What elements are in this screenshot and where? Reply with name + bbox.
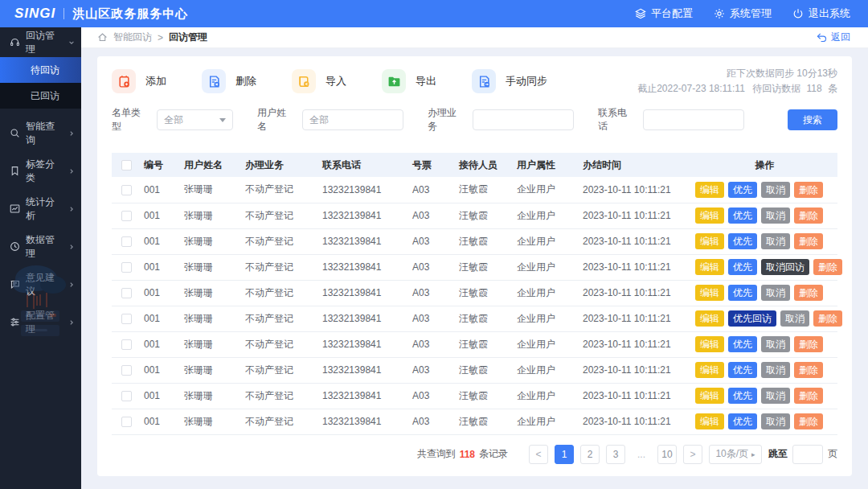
edit-button[interactable]: 编辑: [695, 336, 724, 352]
next-page-button[interactable]: >: [683, 445, 702, 464]
edit-button[interactable]: 编辑: [695, 362, 724, 378]
priority-button[interactable]: 优先: [728, 259, 757, 275]
sidebar-subitem-daihuifang[interactable]: 待回访: [0, 57, 81, 83]
edit-button[interactable]: 编辑: [695, 182, 724, 198]
edit-button[interactable]: 编辑: [695, 388, 724, 404]
row-checkbox[interactable]: [121, 288, 132, 298]
cell-id: 001: [141, 203, 181, 228]
cell-phone: 13232139841: [319, 203, 409, 228]
platform-config-menu[interactable]: 平台配置: [635, 6, 693, 21]
row-checkbox[interactable]: [121, 391, 132, 401]
cancel-button[interactable]: 取消: [761, 362, 790, 378]
page-button-3[interactable]: 3: [606, 445, 625, 464]
edit-button[interactable]: 编辑: [695, 285, 724, 301]
system-manage-menu[interactable]: 系统管理: [714, 6, 772, 21]
user-name-input[interactable]: [309, 114, 396, 125]
delete-row-button[interactable]: 删除: [813, 310, 842, 327]
sidebar-subitem-yihuifang[interactable]: 已回访: [0, 83, 81, 109]
delete-button[interactable]: 删除: [202, 69, 256, 93]
row-actions: 编辑 优先 取消 删除: [695, 388, 834, 404]
delete-row-button[interactable]: 删除: [813, 259, 842, 275]
delete-row-button[interactable]: 删除: [794, 336, 823, 352]
page-button-1[interactable]: 1: [555, 445, 574, 464]
cell-ticket: A03: [409, 280, 456, 306]
page-button-10[interactable]: 10: [657, 445, 677, 464]
page-size-select[interactable]: 10条/页 ▸: [709, 445, 762, 464]
delete-row-button[interactable]: 删除: [794, 413, 823, 429]
row-checkbox[interactable]: [121, 236, 132, 247]
filter-list-type: 名单类型 全部: [112, 106, 233, 134]
select-all-checkbox[interactable]: [121, 160, 132, 171]
row-checkbox[interactable]: [121, 262, 132, 273]
manual-sync-button[interactable]: 手动同步: [472, 69, 547, 93]
delete-row-button[interactable]: 删除: [794, 233, 823, 249]
data-table: 编号 用户姓名 办理业务 联系电话 号票 接待人员 用户属性 办结时间 操作 0…: [112, 153, 837, 435]
priority-button[interactable]: 优先: [728, 182, 757, 198]
priority-button[interactable]: 优先: [728, 336, 757, 352]
cell-id: 001: [141, 177, 181, 203]
cell-name: 张珊珊: [181, 228, 242, 254]
delete-row-button[interactable]: 删除: [794, 362, 823, 378]
cancel-button[interactable]: 取消: [761, 336, 790, 352]
priority-button[interactable]: 优先回访: [728, 310, 776, 327]
edit-button[interactable]: 编辑: [695, 208, 724, 224]
row-checkbox[interactable]: [121, 314, 132, 324]
row-checkbox[interactable]: [121, 365, 132, 376]
row-checkbox[interactable]: [121, 185, 132, 195]
page-size-value: 10条/页: [715, 447, 748, 461]
cancel-button[interactable]: 取消: [780, 310, 809, 327]
cancel-button[interactable]: 取消: [761, 388, 790, 404]
cancel-button[interactable]: 取消: [761, 285, 790, 301]
priority-button[interactable]: 优先: [728, 362, 757, 378]
edit-button[interactable]: 编辑: [695, 310, 724, 327]
cancel-button[interactable]: 取消回访: [761, 259, 809, 275]
col-id: 编号: [141, 153, 181, 177]
cancel-button[interactable]: 取消: [761, 182, 790, 198]
edit-button[interactable]: 编辑: [695, 259, 724, 275]
cancel-button[interactable]: 取消: [761, 233, 790, 249]
summary-prefix: 共查询到: [417, 447, 456, 461]
delete-row-button[interactable]: 删除: [794, 208, 823, 224]
export-button[interactable]: 导出: [382, 69, 436, 93]
phone-input[interactable]: [650, 114, 737, 125]
row-checkbox[interactable]: [121, 339, 132, 350]
org-title: 洪山区政务服务中心: [72, 6, 188, 22]
delete-row-button[interactable]: 删除: [794, 285, 823, 301]
business-input[interactable]: [480, 114, 567, 125]
edit-button[interactable]: 编辑: [695, 413, 724, 429]
prev-page-button[interactable]: <: [529, 445, 548, 464]
chart-icon: [10, 203, 20, 214]
delete-row-button[interactable]: 删除: [794, 182, 823, 198]
jump-page-input[interactable]: [792, 445, 823, 464]
breadcrumb-section[interactable]: 智能回访: [113, 31, 152, 44]
sidebar-item-huifang-guanli[interactable]: 回访管理: [0, 27, 81, 57]
cell-name: 张珊珊: [181, 280, 242, 306]
add-button[interactable]: 添加: [112, 69, 166, 93]
row-actions: 编辑 优先 取消回访 删除: [695, 259, 834, 275]
sidebar-item-zhineng-chaxun[interactable]: 智能查询: [0, 118, 81, 148]
import-button[interactable]: 导入: [292, 69, 346, 93]
row-checkbox[interactable]: [121, 417, 132, 427]
priority-button[interactable]: 优先: [728, 208, 757, 224]
home-icon[interactable]: [97, 32, 108, 43]
delete-row-button[interactable]: 删除: [794, 388, 823, 404]
sync-pending-label: 待回访数据: [752, 83, 800, 94]
back-button[interactable]: 返回: [817, 31, 850, 44]
cancel-button[interactable]: 取消: [761, 413, 790, 429]
logout-menu[interactable]: 退出系统: [792, 6, 850, 21]
priority-button[interactable]: 优先: [728, 388, 757, 404]
chevron-right-icon: [68, 130, 75, 137]
row-checkbox[interactable]: [121, 211, 132, 221]
edit-button[interactable]: 编辑: [695, 233, 724, 249]
priority-button[interactable]: 优先: [728, 285, 757, 301]
sidebar-item-tongji-fenxi[interactable]: 统计分析: [0, 194, 81, 224]
priority-button[interactable]: 优先: [728, 233, 757, 249]
page-button-2[interactable]: 2: [580, 445, 600, 464]
search-button[interactable]: 搜索: [788, 109, 837, 130]
cancel-button[interactable]: 取消: [761, 208, 790, 224]
cell-phone: 13232139841: [319, 383, 409, 409]
list-type-select[interactable]: 全部: [157, 109, 233, 130]
sidebar-subitem-label: 已回访: [31, 89, 59, 103]
priority-button[interactable]: 优先: [728, 413, 757, 429]
sidebar-item-biaoqian-fenlei[interactable]: 标签分类: [0, 156, 81, 186]
